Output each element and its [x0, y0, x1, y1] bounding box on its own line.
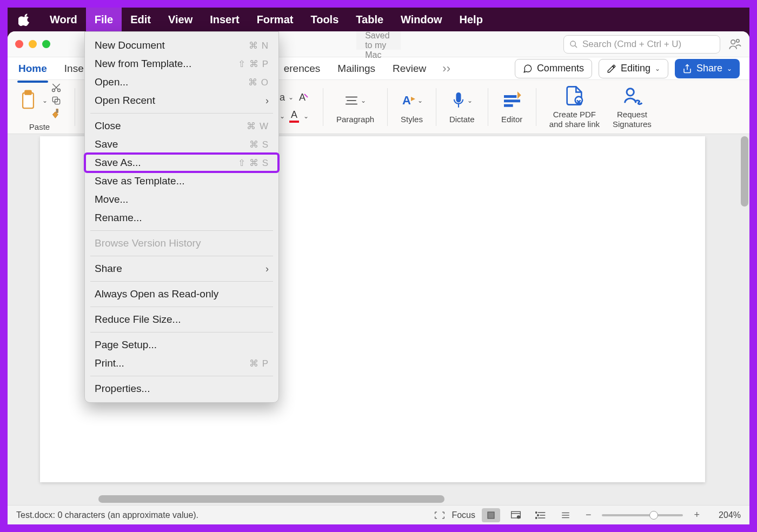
menubar-item-view[interactable]: View: [160, 8, 201, 31]
file-menu-item-new-document[interactable]: New Document⌘ N: [85, 36, 278, 55]
font-color-row[interactable]: ⌄ A ⌄: [280, 109, 310, 123]
clear-format-icon[interactable]: A: [297, 91, 310, 104]
save-status: — Saved to my Mac: [356, 31, 401, 50]
file-menu-item-share[interactable]: Share›: [85, 260, 278, 278]
search-input[interactable]: Search (Cmd + Ctrl + U): [563, 35, 720, 54]
search-placeholder: Search (Cmd + Ctrl + U): [582, 39, 681, 50]
separator: [75, 88, 75, 126]
svg-text:A: A: [299, 92, 306, 103]
svg-line-4: [575, 45, 577, 48]
file-menu-item-reduce-file-size[interactable]: Reduce File Size...: [85, 310, 278, 329]
pdf-icon: [563, 85, 585, 107]
comment-icon: [523, 64, 533, 74]
font-controls-partial[interactable]: a⌄ A: [280, 91, 310, 104]
menubar-item-format[interactable]: Format: [248, 8, 302, 31]
profile-icon[interactable]: [728, 37, 742, 51]
editing-mode-button[interactable]: Editing ⌄: [599, 59, 668, 78]
menu-separator: [90, 113, 273, 114]
tab-insert[interactable]: Inse: [63, 59, 85, 78]
file-menu-item-save-as-template[interactable]: Save as Template...: [85, 172, 278, 190]
file-menu-item-page-setup[interactable]: Page Setup...: [85, 336, 278, 354]
file-menu-item-always-open-as-read-only[interactable]: Always Open as Read-only: [85, 285, 278, 303]
file-menu-item-properties[interactable]: Properties...: [85, 380, 278, 398]
create-pdf-group[interactable]: Create PDF and share link: [549, 85, 600, 129]
file-menu-item-move[interactable]: Move...: [85, 190, 278, 209]
menu-item-label: Always Open as Read-only: [95, 288, 218, 300]
editing-label: Editing: [621, 63, 650, 74]
menu-shortcut: ⌘ N: [249, 40, 269, 51]
dictate-group[interactable]: ⌄ Dictate: [449, 90, 475, 124]
menu-item-label: Save: [95, 138, 118, 150]
zoom-level[interactable]: 204%: [710, 510, 741, 520]
file-menu-item-new-from-template[interactable]: New from Template...⇧ ⌘ P: [85, 55, 278, 73]
svg-rect-22: [457, 93, 461, 102]
share-button[interactable]: Share ⌄: [675, 59, 740, 78]
tabs-overflow[interactable]: ››: [442, 62, 450, 76]
file-menu-item-open[interactable]: Open...⌘ O: [85, 73, 278, 91]
menubar-item-insert[interactable]: Insert: [201, 8, 248, 31]
zoom-in-button[interactable]: +: [689, 509, 704, 521]
cut-icon[interactable]: [51, 82, 62, 93]
dictate-label: Dictate: [449, 115, 475, 124]
chevron-down-icon: ⌄: [727, 65, 732, 72]
tab-references[interactable]: erences: [283, 59, 322, 78]
paste-group[interactable]: ⌄ Paste: [17, 82, 62, 131]
focus-mode-button[interactable]: Focus: [451, 510, 475, 520]
menubar-item-window[interactable]: Window: [392, 8, 450, 31]
web-layout-view[interactable]: [507, 508, 525, 522]
separator: [387, 88, 388, 126]
document-title[interactable]: W Test — Saved to my Mac ⌄: [356, 38, 401, 50]
format-painter-icon[interactable]: [51, 108, 62, 119]
svg-rect-8: [23, 93, 34, 108]
styles-group[interactable]: A ⌄ Styles: [401, 90, 423, 124]
chevron-down-icon: ⌄: [42, 97, 48, 104]
zoom-window-button[interactable]: [42, 40, 50, 48]
apple-logo-icon[interactable]: [18, 13, 31, 26]
menubar-item-table[interactable]: Table: [347, 8, 392, 31]
copy-icon[interactable]: [51, 95, 62, 106]
draft-view[interactable]: [556, 508, 575, 522]
tab-review[interactable]: Review: [391, 59, 427, 78]
zoom-slider[interactable]: [602, 514, 683, 516]
print-layout-view[interactable]: [482, 508, 500, 522]
paragraph-group[interactable]: ⌄ Paragraph: [336, 90, 374, 124]
file-menu-item-open-recent[interactable]: Open Recent›: [85, 91, 278, 110]
svg-point-25: [627, 89, 634, 96]
menu-item-label: Rename...: [95, 212, 142, 224]
comments-button[interactable]: Comments: [515, 59, 592, 78]
chevron-down-icon: ⌄: [655, 65, 660, 72]
menubar-item-edit[interactable]: Edit: [122, 8, 160, 31]
tab-home[interactable]: Home: [17, 59, 48, 78]
menu-item-label: Save as Template...: [95, 175, 185, 187]
menu-separator: [90, 281, 273, 282]
request-label-1: Request: [613, 110, 652, 119]
focus-frame-icon[interactable]: [434, 511, 445, 520]
menubar-item-file[interactable]: File: [86, 8, 122, 31]
status-bar: Test.docx: 0 characters (an approximate …: [8, 505, 749, 524]
menu-shortcut: ⇧ ⌘ S: [238, 157, 269, 169]
mac-menu-bar: Word File Edit View Insert Format Tools …: [8, 8, 749, 31]
menubar-item-tools[interactable]: Tools: [302, 8, 347, 31]
menu-separator: [90, 307, 273, 307]
tab-mailings[interactable]: Mailings: [336, 59, 376, 78]
file-menu-item-print[interactable]: Print...⌘ P: [85, 354, 278, 373]
menubar-app-name[interactable]: Word: [41, 8, 86, 31]
minimize-window-button[interactable]: [29, 40, 37, 48]
outline-view[interactable]: [532, 508, 550, 522]
horizontal-scrollbar[interactable]: [98, 495, 444, 503]
file-menu-dropdown: New Document⌘ NNew from Template...⇧ ⌘ P…: [84, 31, 279, 403]
file-menu-item-save[interactable]: Save⌘ S: [85, 135, 278, 154]
request-signatures-group[interactable]: Request Signatures: [613, 85, 652, 129]
file-menu-item-browse-version-history: Browse Version History: [85, 234, 278, 252]
file-menu-item-close[interactable]: Close⌘ W: [85, 117, 278, 135]
menubar-item-help[interactable]: Help: [451, 8, 492, 31]
file-menu-item-save-as[interactable]: Save As...⇧ ⌘ S: [85, 154, 278, 172]
zoom-out-button[interactable]: −: [581, 509, 596, 521]
editor-group[interactable]: Editor: [501, 90, 523, 124]
menu-separator: [90, 230, 273, 231]
close-window-button[interactable]: [15, 40, 23, 48]
vertical-scrollbar[interactable]: [741, 136, 748, 207]
share-icon: [682, 64, 692, 74]
file-menu-item-rename[interactable]: Rename...: [85, 209, 278, 227]
svg-point-33: [535, 511, 537, 513]
